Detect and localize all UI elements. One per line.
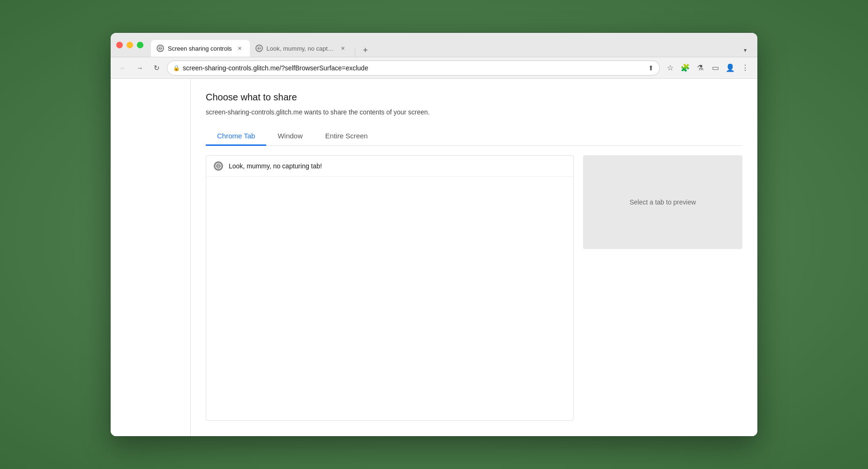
lock-icon: 🔒 bbox=[173, 65, 180, 71]
share-tab-chrome[interactable]: Chrome Tab bbox=[206, 127, 266, 146]
tab-title-screen-sharing: Screen sharing controls bbox=[168, 45, 232, 52]
traffic-lights bbox=[116, 42, 143, 48]
address-text: screen-sharing-controls.glitch.me/?selfB… bbox=[183, 64, 645, 72]
list-item-title: Look, mummy, no capturing tab! bbox=[229, 162, 322, 170]
dialog-subtitle: screen-sharing-controls.glitch.me wants … bbox=[206, 108, 742, 116]
preview-text: Select a tab to preview bbox=[629, 198, 696, 206]
list-item[interactable]: Look, mummy, no capturing tab! bbox=[206, 156, 573, 177]
share-icon: ⬆ bbox=[648, 64, 654, 72]
tab-favicon-look-mummy bbox=[255, 45, 263, 52]
reload-button[interactable]: ↻ bbox=[150, 61, 163, 75]
close-button[interactable] bbox=[116, 42, 123, 48]
forward-button[interactable]: → bbox=[133, 61, 146, 75]
address-bar[interactable]: 🔒 screen-sharing-controls.glitch.me/?sel… bbox=[167, 61, 660, 76]
back-button[interactable]: ← bbox=[116, 61, 129, 75]
nav-actions: ☆ 🧩 ⚗ ▭ 👤 ⋮ bbox=[664, 61, 752, 75]
tab-title-look-mummy: Look, mummy, no capturing ta bbox=[267, 45, 335, 52]
profile-button[interactable]: 👤 bbox=[724, 61, 737, 75]
tab-separator bbox=[355, 47, 355, 57]
page-content: Choose what to share screen-sharing-cont… bbox=[111, 79, 757, 436]
maximize-button[interactable] bbox=[137, 42, 143, 48]
extensions-button[interactable]: 🧩 bbox=[679, 61, 692, 75]
tabs-area: Screen sharing controls ✕ Look, mummy, n… bbox=[151, 33, 752, 57]
tab-close-look-mummy[interactable]: ✕ bbox=[339, 44, 347, 53]
nav-bar: ← → ↻ 🔒 screen-sharing-controls.glitch.m… bbox=[111, 57, 757, 79]
dialog-title: Choose what to share bbox=[206, 92, 742, 103]
minimize-button[interactable] bbox=[127, 42, 133, 48]
share-content: Look, mummy, no capturing tab! Select a … bbox=[206, 155, 742, 421]
sidebar-button[interactable]: ▭ bbox=[709, 61, 722, 75]
title-bar: Screen sharing controls ✕ Look, mummy, n… bbox=[111, 33, 757, 57]
tab-screen-sharing[interactable]: Screen sharing controls ✕ bbox=[151, 40, 250, 57]
share-tab-screen[interactable]: Entire Screen bbox=[314, 127, 379, 146]
tab-close-screen-sharing[interactable]: ✕ bbox=[236, 44, 244, 53]
bookmark-button[interactable]: ☆ bbox=[664, 61, 677, 75]
tab-list: Look, mummy, no capturing tab! bbox=[206, 155, 574, 421]
list-item-icon bbox=[214, 161, 223, 171]
menu-button[interactable]: ⋮ bbox=[739, 61, 752, 75]
tab-favicon-screen-sharing bbox=[157, 45, 164, 52]
share-tabs: Chrome Tab Window Entire Screen bbox=[206, 127, 742, 146]
new-tab-button[interactable]: + bbox=[359, 44, 372, 57]
tab-look-mummy[interactable]: Look, mummy, no capturing ta ✕ bbox=[250, 40, 353, 57]
share-tab-window[interactable]: Window bbox=[266, 127, 314, 146]
browser-window: Screen sharing controls ✕ Look, mummy, n… bbox=[111, 33, 757, 436]
lab-button[interactable]: ⚗ bbox=[694, 61, 707, 75]
preview-area: Select a tab to preview bbox=[583, 155, 742, 249]
share-dialog: Choose what to share screen-sharing-cont… bbox=[190, 79, 757, 436]
tab-dropdown-button[interactable]: ▾ bbox=[739, 44, 752, 57]
dialog-overlay: Choose what to share screen-sharing-cont… bbox=[111, 79, 757, 436]
